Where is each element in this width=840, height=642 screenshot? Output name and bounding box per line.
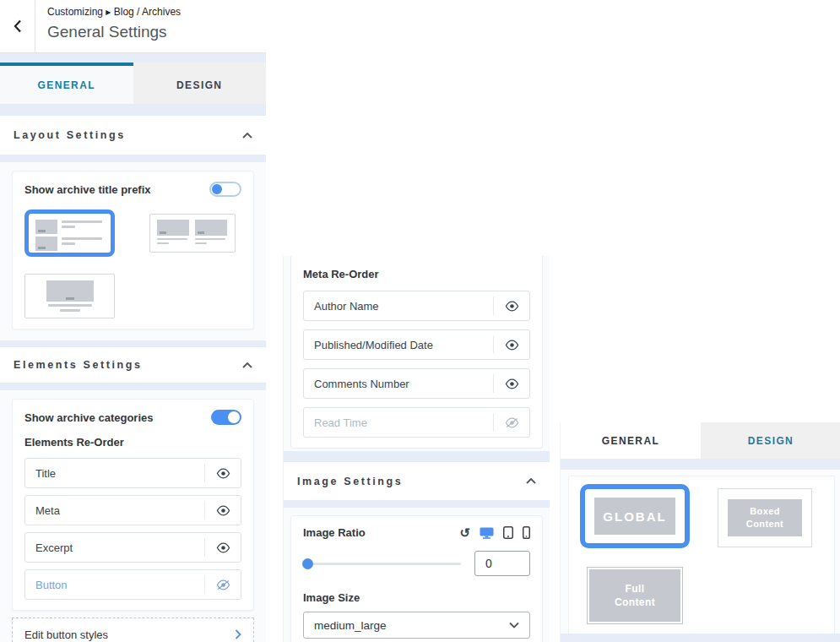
elements-settings-card: Show archive categories Elements Re-Orde… — [12, 399, 254, 611]
toggle-knob — [228, 411, 240, 423]
visibility-eye-icon[interactable] — [204, 538, 241, 557]
visibility-eye-icon[interactable] — [204, 501, 241, 520]
item-label: Author Name — [304, 300, 493, 313]
section-elements-settings[interactable]: Elements Settings — [0, 347, 266, 383]
visibility-eye-off-icon[interactable] — [493, 413, 529, 432]
mobile-icon[interactable] — [523, 526, 530, 539]
tab-general[interactable]: GENERAL — [0, 63, 133, 104]
separator — [0, 104, 266, 116]
option-label-block: Boxed Content — [728, 499, 802, 536]
chevron-up-icon — [242, 133, 252, 139]
reorder-item-comments-number[interactable]: Comments Number — [303, 368, 530, 399]
reorder-item-read-time[interactable]: Read Time — [303, 407, 530, 438]
section-title: Image Settings — [297, 476, 403, 487]
chevron-left-icon — [14, 19, 22, 33]
image-ratio-label: Image Ratio — [303, 526, 366, 539]
chevron-right-icon — [235, 629, 241, 639]
separator — [0, 155, 266, 162]
separator — [284, 500, 550, 508]
container-option-boxed-content[interactable]: Boxed Content — [718, 488, 812, 547]
archive-title-prefix-toggle[interactable] — [209, 182, 241, 197]
toggle-label: Show archive categories — [24, 411, 153, 424]
container-option-full-content[interactable]: Full Content — [587, 567, 683, 624]
customizer-screenshot: Customizing ▸ Blog / Archives General Se… — [0, 0, 840, 642]
chevron-down-icon — [509, 622, 519, 628]
option-label-block: Full Content — [589, 569, 680, 622]
reorder-item-button[interactable]: Button — [24, 569, 241, 600]
archive-title-prefix-row: Show archive title prefix — [24, 182, 241, 197]
separator — [0, 383, 266, 390]
meta-reorder-label: Meta Re-Order — [303, 268, 530, 280]
slider-handle[interactable] — [302, 558, 313, 569]
reorder-item-title[interactable]: Title — [24, 458, 241, 488]
item-label: Title — [25, 467, 204, 480]
container-option-global[interactable]: GLOBAL — [580, 484, 690, 548]
tab-general-label: GENERAL — [602, 435, 659, 447]
reorder-item-published-date[interactable]: Published/Modified Date — [303, 329, 530, 360]
layout-option-grid[interactable] — [149, 214, 236, 253]
layout-option-single[interactable] — [24, 274, 115, 318]
customizer-middle-panel: Meta Re-Order Author Name Published/Modi… — [283, 256, 550, 642]
section-layout-settings[interactable]: Layout Settings — [0, 116, 266, 155]
meta-reorder-card: Meta Re-Order Author Name Published/Modi… — [290, 256, 543, 449]
section-image-settings[interactable]: Image Settings — [284, 462, 550, 500]
visibility-eye-icon[interactable] — [493, 374, 529, 393]
option-label: Full Content — [608, 582, 662, 609]
tab-design[interactable]: DESIGN — [701, 422, 840, 459]
tab-design[interactable]: DESIGN — [133, 63, 267, 104]
elements-settings-content: Show archive categories Elements Re-Orde… — [0, 390, 266, 642]
item-label: Read Time — [304, 416, 493, 429]
image-settings-content: Image Ratio ↺ Image Size medium_large — [284, 508, 550, 642]
reorder-item-author-name[interactable]: Author Name — [303, 291, 530, 321]
layout-settings-content: Show archive title prefix — [0, 162, 266, 340]
elements-reorder-label: Elements Re-Order — [24, 436, 241, 449]
tablet-icon[interactable] — [503, 526, 513, 539]
toggle-knob — [212, 184, 222, 194]
image-size-select[interactable]: medium_large — [303, 612, 530, 639]
elements-reorder-list: Title Meta Excerpt Button — [24, 458, 241, 600]
customizer-right-panel: GENERAL DESIGN GLOBAL Boxed Content Full… — [560, 422, 840, 642]
tab-general[interactable]: GENERAL — [561, 422, 701, 459]
image-settings-card: Image Ratio ↺ Image Size medium_large — [290, 515, 543, 642]
meta-reorder-list: Author Name Published/Modified Date Comm… — [303, 291, 530, 438]
thumb-graphic — [46, 280, 94, 302]
reorder-item-excerpt[interactable]: Excerpt — [24, 532, 241, 563]
section-title: Layout Settings — [14, 129, 126, 141]
reorder-item-meta[interactable]: Meta — [24, 495, 241, 525]
item-label: Published/Modified Date — [304, 339, 493, 351]
meta-content: Meta Re-Order Author Name Published/Modi… — [284, 256, 550, 451]
image-ratio-input[interactable] — [474, 551, 530, 576]
visibility-eye-off-icon[interactable] — [204, 575, 241, 594]
edit-button-styles[interactable]: Edit button styles — [12, 618, 254, 642]
image-ratio-slider[interactable] — [303, 563, 461, 565]
visibility-eye-icon[interactable] — [204, 464, 241, 482]
item-label: Button — [25, 579, 204, 591]
archive-categories-toggle[interactable] — [211, 410, 241, 425]
separator — [284, 451, 550, 462]
layout-settings-card: Show archive title prefix — [12, 171, 254, 329]
back-button[interactable] — [0, 0, 35, 52]
reset-icon[interactable]: ↺ — [459, 526, 470, 539]
tab-design-label: DESIGN — [176, 79, 222, 91]
desktop-icon[interactable] — [480, 527, 494, 539]
tab-general-label: GENERAL — [38, 79, 95, 91]
option-label: GLOBAL — [603, 509, 666, 524]
customizer-left-panel: Customizing ▸ Blog / Archives General Se… — [0, 0, 266, 642]
breadcrumb: Customizing ▸ Blog / Archives — [47, 6, 181, 18]
thumb-graphic — [35, 237, 104, 251]
separator — [0, 340, 266, 347]
item-label: Comments Number — [304, 378, 493, 390]
visibility-eye-icon[interactable] — [493, 335, 529, 354]
separator — [561, 634, 840, 642]
layout-thumbnails-row2 — [24, 274, 241, 318]
page-title: General Settings — [47, 23, 181, 41]
image-ratio-slider-row — [303, 551, 530, 576]
separator — [561, 459, 840, 470]
left-tab-bar: GENERAL DESIGN — [0, 63, 266, 104]
toggle-label: Show archive title prefix — [24, 183, 151, 196]
responsive-controls: ↺ — [459, 526, 530, 539]
layout-option-list-selected[interactable] — [24, 209, 115, 257]
visibility-eye-icon[interactable] — [493, 297, 529, 315]
image-size-value: medium_large — [314, 619, 387, 632]
chevron-up-icon — [526, 478, 536, 484]
